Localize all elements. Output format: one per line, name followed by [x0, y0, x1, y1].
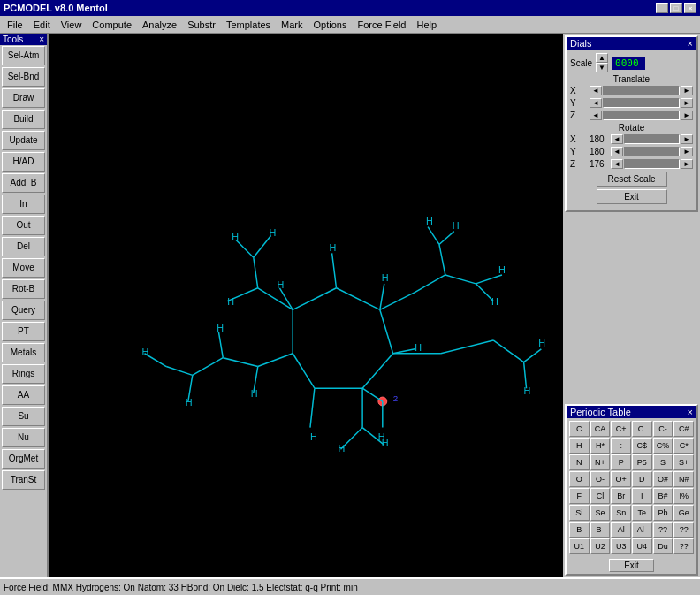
pt-element-d[interactable]: D [632, 471, 652, 487]
rotate-y-right[interactable]: ► [681, 147, 693, 156]
translate-x-track[interactable] [603, 86, 680, 95]
translate-x-left[interactable]: ◄ [590, 86, 602, 95]
pt-element-c[interactable]: C* [673, 438, 694, 454]
menu-compute[interactable]: Compute [87, 18, 137, 32]
menu-view[interactable]: View [56, 18, 88, 32]
periodic-exit-button[interactable]: Exit [609, 559, 654, 572]
rotate-y-left[interactable]: ◄ [611, 147, 623, 156]
tool-del[interactable]: Del [2, 237, 45, 256]
tool-sel-atm[interactable]: Sel-Atm [2, 46, 45, 65]
tool-pt[interactable]: PT [2, 322, 45, 341]
pt-element-c[interactable]: C% [653, 438, 673, 454]
pt-element-cl[interactable]: Cl [590, 488, 611, 504]
pt-element-ge[interactable]: Ge [673, 505, 694, 521]
translate-y-left[interactable]: ◄ [590, 98, 602, 108]
pt-element-b[interactable]: B- [590, 522, 611, 538]
tool-nu[interactable]: Nu [2, 428, 45, 447]
close-button[interactable]: × [684, 3, 696, 13]
menu-options[interactable]: Options [308, 18, 353, 32]
dials-close-icon[interactable]: × [688, 38, 693, 49]
pt-element-n[interactable]: N# [673, 471, 694, 487]
pt-element-te[interactable]: Te [632, 505, 652, 521]
pt-element-s[interactable]: S+ [673, 454, 694, 470]
menu-substr[interactable]: Substr [182, 18, 221, 32]
maximize-button[interactable]: □ [670, 3, 682, 13]
tool-su[interactable]: Su [2, 407, 45, 426]
translate-z-left[interactable]: ◄ [590, 111, 602, 120]
tool-metals[interactable]: Metals [2, 343, 45, 362]
pt-element-ca[interactable]: CA [590, 421, 611, 437]
pt-element-si[interactable]: Si [569, 505, 590, 521]
pt-element-f[interactable]: F [569, 488, 590, 504]
tool-rings[interactable]: Rings [2, 364, 45, 384]
rotate-x-left[interactable]: ◄ [611, 134, 623, 144]
translate-z-track[interactable] [603, 111, 680, 120]
scale-down-arrow[interactable]: ▼ [596, 63, 608, 72]
rotate-z-left[interactable]: ◄ [611, 159, 623, 169]
pt-element-o[interactable]: O [569, 471, 590, 487]
pt-element-c[interactable]: C- [653, 421, 673, 437]
pt-element-al[interactable]: Al- [632, 522, 652, 538]
translate-x-right[interactable]: ► [681, 86, 693, 95]
menu-templates[interactable]: Templates [221, 18, 276, 32]
pt-element-al[interactable]: Al [611, 522, 631, 538]
pt-element-du[interactable]: Du [653, 538, 673, 554]
pt-element-s[interactable]: S [653, 454, 673, 470]
pt-element-p[interactable]: P [611, 454, 631, 470]
pt-element-o[interactable]: O# [653, 471, 673, 487]
pt-element-h[interactable]: H [569, 438, 590, 454]
tool-sel-bnd[interactable]: Sel-Bnd [2, 67, 45, 87]
tool-add-b[interactable]: Add_B [2, 173, 45, 193]
pt-element-[interactable]: ?? [673, 538, 694, 554]
tool-orgmet[interactable]: OrgMet [2, 449, 45, 469]
minimize-button[interactable]: _ [656, 3, 668, 13]
rotate-z-track[interactable] [624, 159, 680, 169]
translate-z-right[interactable]: ► [681, 111, 693, 120]
tool-had[interactable]: H/AD [2, 152, 45, 172]
rotate-x-right[interactable]: ► [681, 134, 693, 144]
tool-out[interactable]: Out [2, 216, 45, 235]
pt-element-[interactable]: ?? [673, 522, 694, 538]
tool-rot-b[interactable]: Rot-B [2, 279, 45, 299]
periodic-close-icon[interactable]: × [688, 407, 693, 417]
scale-up-arrow[interactable]: ▲ [596, 53, 608, 63]
pt-element-b[interactable]: B# [653, 488, 673, 504]
tool-transt[interactable]: TranSt [2, 470, 45, 490]
rotate-x-track[interactable] [624, 134, 680, 144]
tool-query[interactable]: Query [2, 301, 45, 320]
menu-file[interactable]: File [2, 18, 28, 32]
pt-element-h[interactable]: H* [590, 438, 611, 454]
pt-element-i[interactable]: I [632, 488, 652, 504]
rotate-z-right[interactable]: ► [681, 159, 693, 169]
pt-element-u4[interactable]: U4 [632, 538, 652, 554]
menu-edit[interactable]: Edit [28, 18, 56, 32]
tool-in[interactable]: In [2, 195, 45, 214]
menu-analyze[interactable]: Analyze [137, 18, 182, 32]
pt-element-c[interactable]: C$ [632, 438, 652, 454]
pt-element-n[interactable]: N+ [590, 454, 611, 470]
pt-element-i[interactable]: I% [673, 488, 694, 504]
tool-update[interactable]: Update [2, 131, 45, 150]
pt-element-sn[interactable]: Sn [611, 505, 631, 521]
pt-element-b[interactable]: B [569, 522, 590, 538]
dials-exit-button[interactable]: Exit [597, 189, 667, 204]
pt-element-u1[interactable]: U1 [569, 538, 590, 554]
pt-element-c[interactable]: C [569, 421, 590, 437]
pt-element-c[interactable]: C# [673, 421, 694, 437]
pt-element-u3[interactable]: U3 [611, 538, 631, 554]
pt-element-u2[interactable]: U2 [590, 538, 611, 554]
menu-help[interactable]: Help [411, 18, 442, 32]
pt-element-c[interactable]: C+ [611, 421, 631, 437]
pt-element-o[interactable]: O- [590, 471, 611, 487]
pt-element-p5[interactable]: P5 [632, 454, 652, 470]
pt-element-se[interactable]: Se [590, 505, 611, 521]
molecule-canvas[interactable]: H H H H H H H H H H H H H H H H H H H H [49, 34, 563, 577]
rotate-y-track[interactable] [624, 147, 680, 156]
tool-draw[interactable]: Draw [2, 88, 45, 108]
tool-build[interactable]: Build [2, 110, 45, 129]
pt-element-o[interactable]: O+ [611, 471, 631, 487]
pt-element-br[interactable]: Br [611, 488, 631, 504]
pt-element-[interactable]: : [611, 438, 631, 454]
menu-mark[interactable]: Mark [276, 18, 308, 32]
tool-aa[interactable]: AA [2, 385, 45, 405]
